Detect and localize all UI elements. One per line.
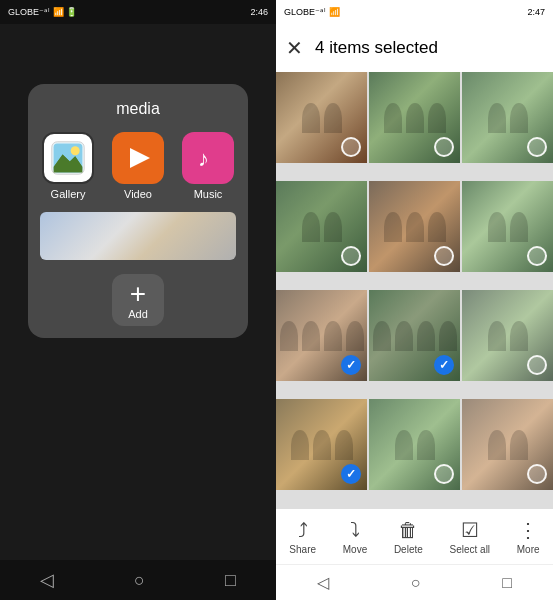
video-icon xyxy=(122,142,154,174)
left-panel: GLOBE⁻ᵃˡ 📶 🔋 2:46 media xyxy=(0,0,276,600)
left-status-time: 2:46 xyxy=(250,7,268,17)
gallery-item[interactable]: Gallery xyxy=(42,132,94,200)
recents-nav-icon[interactable]: □ xyxy=(225,570,236,591)
video-icon-box xyxy=(112,132,164,184)
right-nav-bar: ◁ ○ □ xyxy=(276,564,553,600)
close-button[interactable]: ✕ xyxy=(286,36,303,60)
check-overlay xyxy=(527,246,547,266)
check-overlay xyxy=(527,137,547,157)
add-button[interactable]: + Add xyxy=(112,274,164,326)
delete-button[interactable]: 🗑 Delete xyxy=(394,519,423,555)
music-icon-box: ♪ xyxy=(182,132,234,184)
select-all-label: Select all xyxy=(450,544,491,555)
music-icon: ♪ xyxy=(192,142,224,174)
photo-cell[interactable] xyxy=(369,72,460,163)
svg-text:♪: ♪ xyxy=(198,146,209,171)
right-status-time: 2:47 xyxy=(527,7,545,17)
right-status-bar: GLOBE⁻ᵃˡ 📶 2:47 xyxy=(276,0,553,24)
check-overlay xyxy=(434,464,454,484)
move-label: Move xyxy=(343,544,367,555)
move-icon: ⤵ xyxy=(350,519,360,542)
video-item[interactable]: Video xyxy=(112,132,164,200)
share-icon: ⤴ xyxy=(298,519,308,542)
media-icons-row: Gallery Video ♪ Music xyxy=(42,132,234,200)
gallery-icon xyxy=(50,140,86,176)
bottom-toolbar: ⤴ Share ⤵ Move 🗑 Delete ☑ Select all ⋮ M… xyxy=(276,508,553,564)
delete-label: Delete xyxy=(394,544,423,555)
home-nav-icon[interactable]: ○ xyxy=(134,570,145,591)
gallery-icon-box xyxy=(42,132,94,184)
video-label: Video xyxy=(124,188,152,200)
media-card: media Gallery xyxy=(28,84,248,338)
music-item[interactable]: ♪ Music xyxy=(182,132,234,200)
check-overlay-checked xyxy=(434,355,454,375)
check-overlay-checked xyxy=(341,355,361,375)
photo-cell[interactable] xyxy=(369,399,460,490)
more-icon: ⋮ xyxy=(518,518,538,542)
right-status-left: GLOBE⁻ᵃˡ 📶 xyxy=(284,7,340,17)
photo-cell[interactable] xyxy=(369,290,460,381)
check-overlay xyxy=(434,137,454,157)
svg-marker-6 xyxy=(130,148,150,168)
delete-icon: 🗑 xyxy=(398,519,418,542)
left-status-left: GLOBE⁻ᵃˡ 📶 🔋 xyxy=(8,7,77,17)
svg-point-5 xyxy=(71,146,80,155)
right-panel: GLOBE⁻ᵃˡ 📶 2:47 ✕ 4 items selected xyxy=(276,0,553,600)
preview-placeholder xyxy=(40,212,236,260)
photo-cell[interactable] xyxy=(462,72,553,163)
photo-cell[interactable] xyxy=(462,399,553,490)
more-button[interactable]: ⋮ More xyxy=(517,518,540,555)
right-home-icon[interactable]: ○ xyxy=(411,574,421,592)
select-all-icon: ☑ xyxy=(461,518,479,542)
photo-grid xyxy=(276,72,553,508)
check-overlay xyxy=(434,246,454,266)
gallery-label: Gallery xyxy=(51,188,86,200)
photo-cell[interactable] xyxy=(462,181,553,272)
check-overlay xyxy=(527,464,547,484)
add-icon: + xyxy=(130,280,146,308)
check-overlay xyxy=(341,246,361,266)
check-overlay xyxy=(527,355,547,375)
photo-cell[interactable] xyxy=(462,290,553,381)
left-status-bar: GLOBE⁻ᵃˡ 📶 🔋 2:46 xyxy=(0,0,276,24)
share-label: Share xyxy=(289,544,316,555)
music-label: Music xyxy=(194,188,223,200)
left-nav-bar: ◁ ○ □ xyxy=(0,560,276,600)
photo-cell[interactable] xyxy=(276,72,367,163)
move-button[interactable]: ⤵ Move xyxy=(343,519,367,555)
right-recents-icon[interactable]: □ xyxy=(502,574,512,592)
select-all-button[interactable]: ☑ Select all xyxy=(450,518,491,555)
back-nav-icon[interactable]: ◁ xyxy=(40,569,54,591)
photo-cell[interactable] xyxy=(276,181,367,272)
right-back-icon[interactable]: ◁ xyxy=(317,573,329,592)
selection-header: ✕ 4 items selected xyxy=(276,24,553,72)
photo-cell[interactable] xyxy=(276,290,367,381)
check-overlay xyxy=(341,137,361,157)
add-label: Add xyxy=(128,308,148,320)
photo-cell[interactable] xyxy=(276,399,367,490)
more-label: More xyxy=(517,544,540,555)
photo-cell[interactable] xyxy=(369,181,460,272)
media-preview-strip xyxy=(40,212,236,260)
check-overlay-checked xyxy=(341,464,361,484)
share-button[interactable]: ⤴ Share xyxy=(289,519,316,555)
media-title: media xyxy=(116,100,160,118)
selection-title: 4 items selected xyxy=(315,38,438,58)
